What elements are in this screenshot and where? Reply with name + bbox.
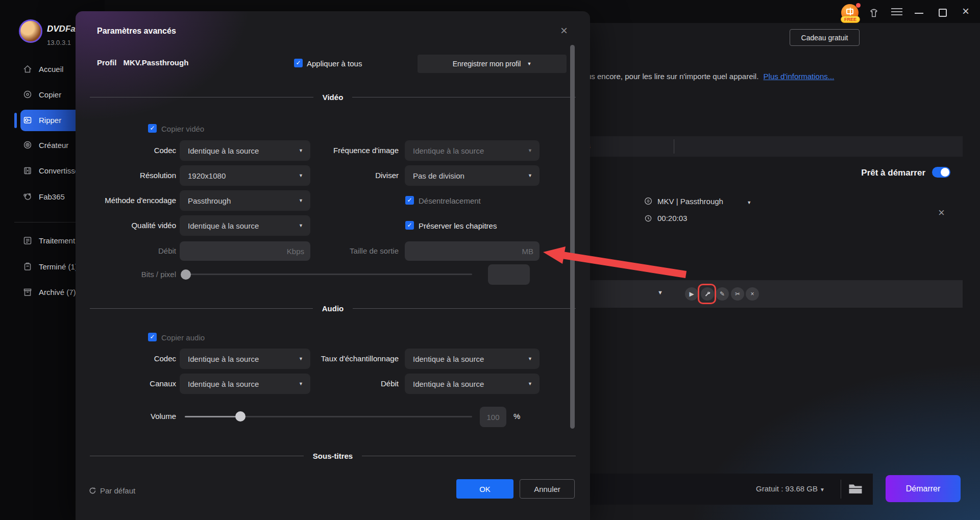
title-row-bar — [580, 280, 963, 308]
store-icon[interactable] — [868, 7, 880, 19]
edit-button[interactable]: ✎ — [716, 287, 729, 301]
audio-bitrate-label: Débit — [297, 379, 399, 388]
trim-button[interactable]: ✂ — [731, 287, 744, 301]
tshirt-icon — [868, 8, 879, 19]
split-dropdown[interactable]: Pas de division▼ — [405, 165, 540, 186]
maximize-button[interactable] — [939, 9, 947, 17]
annotation-highlight-rect — [698, 284, 716, 304]
notification-dot — [856, 3, 861, 8]
free-space-selector[interactable]: Gratuit : 93.68 GB ▼ — [748, 484, 825, 493]
save-profile-button[interactable]: Enregistrer mon profil ▼ — [418, 55, 567, 73]
copy-video-label: Copier vidéo — [161, 125, 204, 133]
audio-codec-dropdown[interactable]: Identique à la source▼ — [180, 349, 310, 369]
audio-bitrate-dropdown[interactable]: Identique à la source▼ — [405, 374, 540, 394]
chevron-down-icon: ▼ — [528, 173, 540, 178]
bitrate-input[interactable]: Kbps — [180, 241, 310, 261]
dialog-title: Paramètres avancés — [97, 27, 176, 36]
preserve-chapters-label: Préserver les chapitres — [419, 221, 497, 230]
archive-box-icon — [22, 287, 33, 297]
resolution-dropdown[interactable]: 1920x1080▼ — [180, 165, 310, 186]
profile-row: Profil MKV.Passthrough — [97, 58, 188, 67]
minimize-button[interactable] — [915, 13, 923, 14]
volume-slider-knob[interactable] — [235, 411, 246, 422]
copy-audio-label: Copier audio — [161, 333, 205, 342]
chevron-down-icon: ▼ — [299, 223, 310, 228]
video-codec-dropdown[interactable]: Identique à la source▼ — [180, 140, 310, 161]
chevron-down-icon: ▼ — [528, 148, 540, 153]
row-expand-chevron[interactable]: ▼ — [657, 289, 663, 295]
video-section-divider: Vidéo — [90, 92, 576, 102]
ok-button[interactable]: OK — [456, 479, 513, 499]
column-divider — [674, 139, 674, 154]
encoding-method-label: Méthode d'encodage — [89, 196, 176, 205]
film-icon — [22, 165, 33, 176]
info-text: us encore, pour les lire sur n'importe q… — [587, 72, 758, 81]
preserve-chapters-checkbox[interactable]: ✓ — [405, 221, 414, 230]
app-version: 13.0.3.1 — [47, 39, 71, 46]
split-label: Diviser — [297, 171, 399, 180]
volume-unit: % — [513, 412, 524, 420]
resolution-label: Résolution — [89, 171, 176, 180]
channels-label: Canaux — [89, 379, 176, 388]
deinterlace-label: Désentrelacement — [419, 196, 481, 205]
output-size-input[interactable]: MB — [405, 241, 540, 261]
channels-dropdown[interactable]: Identique à la source▼ — [180, 374, 310, 394]
start-button[interactable]: Démarrer — [886, 475, 961, 502]
reset-default-button[interactable] — [88, 486, 97, 496]
pencil-icon: ✎ — [720, 290, 725, 298]
audio-section-divider: Audio — [90, 303, 576, 313]
volume-label: Volume — [142, 412, 176, 420]
chevron-down-icon: ▼ — [299, 198, 310, 203]
gift-ribbon — [850, 8, 851, 15]
remove-title-button[interactable]: × — [938, 206, 945, 219]
bpp-value-box[interactable] — [488, 264, 530, 285]
framerate-label: Fréquence d'image — [297, 146, 399, 155]
volume-slider-fill — [185, 416, 240, 417]
bottom-divider — [841, 480, 841, 499]
cancel-button[interactable]: Annuler — [520, 479, 575, 499]
ready-label: Prêt à démarrer — [823, 168, 925, 178]
delete-button[interactable]: × — [746, 287, 759, 301]
bpp-slider-track — [185, 274, 472, 275]
chevron-down-icon: ▼ — [528, 381, 540, 386]
profile-value: MKV.Passthrough — [124, 58, 189, 67]
creator-disc-icon — [22, 140, 33, 150]
copy-audio-checkbox[interactable]: ✓ — [148, 333, 157, 341]
reset-icon — [88, 486, 97, 496]
sample-rate-dropdown[interactable]: Identique à la source▼ — [405, 349, 540, 369]
free-gift-button[interactable]: Cadeau gratuit — [790, 29, 860, 46]
app-window: FREE × DVDFab 13.0.3.1 Accueil Copier Ri… — [0, 0, 980, 520]
format-select[interactable]: MKV | Passthrough ▼ — [657, 197, 751, 206]
menu-icon[interactable] — [891, 8, 902, 16]
video-section-title: Vidéo — [323, 93, 344, 102]
play-icon: ▶ — [689, 290, 694, 298]
deinterlace-checkbox[interactable]: ✓ — [405, 196, 414, 205]
dialog-scrollbar[interactable] — [570, 45, 575, 429]
bpp-slider-knob[interactable] — [181, 269, 191, 280]
video-quality-label: Qualité vidéo — [89, 221, 176, 230]
copy-video-checkbox[interactable]: ✓ — [148, 124, 157, 133]
profile-label: Profil — [97, 58, 116, 67]
more-info-link[interactable]: Plus d'informations... — [764, 72, 835, 81]
video-quality-dropdown[interactable]: Identique à la source▼ — [180, 215, 310, 236]
ready-toggle[interactable] — [932, 167, 950, 178]
open-folder-button[interactable] — [848, 483, 863, 494]
close-window-button[interactable]: × — [959, 4, 973, 18]
table-header-bar: es — [580, 136, 963, 157]
chevron-down-icon: ▼ — [527, 61, 531, 66]
free-promo-icon[interactable]: FREE — [840, 3, 862, 23]
toggle-knob — [941, 168, 949, 177]
dialog-close-button[interactable]: × — [560, 23, 568, 38]
audio-section-title: Audio — [322, 304, 344, 313]
preview-play-button[interactable]: ▶ — [685, 287, 698, 301]
queue-icon — [22, 235, 33, 245]
fab365-icon — [22, 191, 33, 202]
framerate-dropdown[interactable]: Identique à la source▼ — [405, 140, 540, 161]
reset-default-label[interactable]: Par défaut — [100, 486, 135, 495]
volume-value-input[interactable]: 100 — [480, 407, 506, 427]
encoding-method-dropdown[interactable]: Passthrough▼ — [180, 190, 310, 211]
apply-all-checkbox[interactable]: ✓ — [294, 59, 303, 67]
dvdfab-logo[interactable] — [19, 19, 42, 43]
disc-icon — [22, 89, 33, 100]
clipboard-icon — [22, 261, 33, 271]
